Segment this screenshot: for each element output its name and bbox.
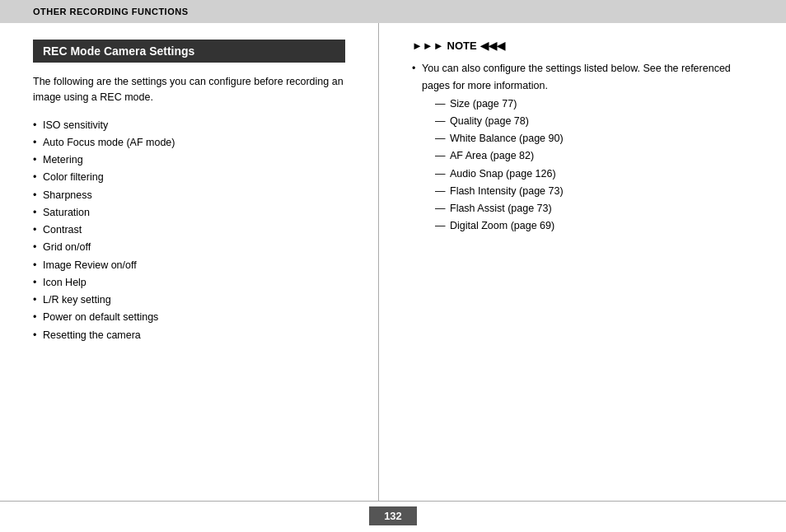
header-label: OTHER RECORDING FUNCTIONS (33, 7, 189, 16)
sub-list-item: Quality (page 78) (435, 113, 753, 130)
list-item: Resetting the camera (33, 327, 345, 344)
list-item: Power on default settings (33, 309, 345, 326)
note-bullet-list: You can also configure the settings list… (412, 60, 753, 236)
sub-list-item: Digital Zoom (page 69) (435, 217, 753, 235)
right-column: ►►► NOTE ◀◀◀ You can also configure the … (379, 23, 786, 501)
note-label: NOTE (447, 40, 477, 52)
sub-list-item: Flash Assist (page 73) (435, 200, 753, 217)
list-item: Metering (33, 152, 345, 169)
list-item: Image Review on/off (33, 257, 345, 274)
sub-list-item: Flash Intensity (page 73) (435, 183, 753, 200)
header-bar: OTHER RECORDING FUNCTIONS (0, 0, 786, 23)
footer-area: 132 (0, 501, 786, 532)
page-container: OTHER RECORDING FUNCTIONS REC Mode Camer… (0, 0, 786, 532)
note-intro: You can also configure the settings list… (422, 63, 731, 91)
section-title: REC Mode Camera Settings (33, 40, 345, 63)
content-area: REC Mode Camera Settings The following a… (0, 23, 786, 501)
bullet-list: ISO sensitivity Auto Focus mode (AF mode… (33, 117, 345, 344)
page-number: 132 (369, 506, 417, 525)
note-list-item: You can also configure the settings list… (412, 60, 753, 236)
list-item: ISO sensitivity (33, 117, 345, 134)
sub-list-item: AF Area (page 82) (435, 147, 753, 165)
list-item: Contrast (33, 222, 345, 239)
sub-list-item: White Balance (page 90) (435, 130, 753, 147)
intro-text: The following are the settings you can c… (33, 74, 345, 105)
note-arrow-right: ◀◀◀ (480, 40, 505, 52)
sub-list-item: Audio Snap (page 126) (435, 166, 753, 183)
list-item: Color filtering (33, 169, 345, 186)
left-column: REC Mode Camera Settings The following a… (0, 23, 379, 501)
list-item: Saturation (33, 204, 345, 222)
list-item: Sharpness (33, 187, 345, 204)
sub-list: Size (page 77) Quality (page 78) White B… (435, 96, 753, 236)
list-item: Icon Help (33, 274, 345, 292)
note-header: ►►► NOTE ◀◀◀ (412, 40, 753, 52)
note-arrow-left: ►►► (412, 40, 444, 52)
list-item: L/R key setting (33, 292, 345, 309)
list-item: Auto Focus mode (AF mode) (33, 134, 345, 152)
note-content: You can also configure the settings list… (412, 60, 753, 236)
sub-list-item: Size (page 77) (435, 96, 753, 113)
list-item: Grid on/off (33, 239, 345, 256)
